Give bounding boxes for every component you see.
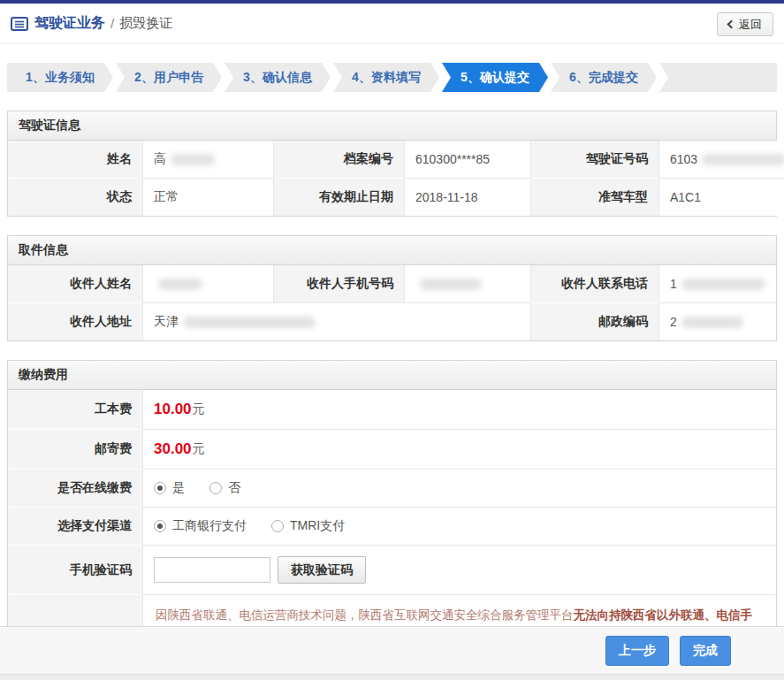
recipient-phone-label: 收件人联系电话 — [530, 265, 658, 302]
breadcrumb-divider: / — [110, 16, 114, 31]
radio-unselected-icon — [271, 520, 284, 532]
online-pay-label: 是否在线缴费 — [8, 469, 142, 507]
name-label: 姓名 — [8, 141, 142, 178]
notice-part-1: 因陕西省联通、电信运营商技术问题，陕西省互联网交通安全综合服务管理平台 — [156, 608, 574, 622]
production-fee-unit: 元 — [193, 401, 205, 417]
postal-code-label: 邮政编码 — [530, 302, 658, 340]
redaction-blur — [702, 154, 784, 165]
pickup-info-title: 取件信息 — [8, 236, 776, 265]
redaction-blur — [171, 154, 215, 165]
file-no-value: 610300****85 — [404, 141, 530, 178]
step-bar-filler — [659, 63, 777, 92]
get-code-button[interactable]: 获取验证码 — [278, 556, 366, 584]
step-6-complete-submit: 6、完成提交 — [551, 63, 657, 92]
recipient-mobile-value — [404, 265, 530, 302]
online-pay-no-radio[interactable]: 否 — [209, 480, 240, 496]
production-fee-value: 10.00 元 — [142, 390, 776, 429]
redaction-blur — [681, 317, 743, 328]
license-no-value: 6103 — [658, 141, 784, 178]
step-wizard: 1、业务须知 2、用户申告 3、确认信息 4、资料填写 5、确认提交 6、完成提… — [7, 63, 777, 92]
step-4-fill-data: 4、资料填写 — [333, 63, 439, 92]
sms-code-label: 手机验证码 — [8, 545, 142, 594]
breadcrumb-current: 损毁换证 — [119, 15, 172, 32]
redaction-blur — [420, 279, 482, 290]
recipient-phone-value: 1 — [658, 265, 776, 302]
channel-tmri-radio[interactable]: TMRI支付 — [271, 518, 345, 534]
page-header: 驾驶证业务 / 损毁换证 返回 — [0, 4, 784, 44]
radio-unselected-icon — [209, 482, 222, 494]
recipient-mobile-label: 收件人手机号码 — [273, 265, 404, 302]
license-info-title: 驾驶证信息 — [8, 111, 776, 141]
back-button-label: 返回 — [739, 17, 762, 33]
menu-list-icon — [11, 17, 28, 31]
status-label: 状态 — [8, 178, 142, 216]
name-value: 高 — [142, 141, 273, 178]
file-no-label: 档案编号 — [273, 141, 404, 178]
production-fee-label: 工本费 — [8, 390, 142, 429]
finish-button[interactable]: 完成 — [680, 636, 731, 666]
step-5-confirm-submit: 5、确认提交 — [442, 63, 548, 92]
pay-channel-label: 选择支付渠道 — [8, 507, 142, 545]
license-info-section: 驾驶证信息 姓名 高 档案编号 610300****85 驾驶证号码 6103 … — [7, 111, 777, 217]
page-bottom-strip — [0, 674, 784, 680]
expiry-label: 有效期止日期 — [273, 178, 404, 216]
vehicle-class-label: 准驾车型 — [530, 178, 658, 216]
previous-step-button[interactable]: 上一步 — [605, 636, 669, 666]
pay-channel-options: 工商银行支付 TMRI支付 — [142, 507, 776, 545]
step-3-confirm-info: 3、确认信息 — [225, 63, 331, 92]
sms-code-input[interactable] — [154, 557, 270, 583]
back-button[interactable]: 返回 — [717, 12, 773, 36]
recipient-address-value: 天津 — [142, 302, 530, 340]
recipient-address-label: 收件人地址 — [8, 302, 142, 340]
radio-selected-icon — [154, 520, 166, 532]
online-pay-options: 是 否 — [142, 469, 776, 507]
status-value: 正常 — [142, 178, 273, 216]
recipient-name-label: 收件人姓名 — [8, 265, 142, 302]
redaction-blur — [158, 279, 202, 290]
page-title: 驾驶证业务 — [34, 14, 105, 33]
action-footer: 上一步 完成 — [0, 626, 784, 674]
sms-code-row: 获取验证码 — [142, 545, 776, 594]
radio-selected-icon — [154, 482, 166, 494]
pickup-info-section: 取件信息 收件人姓名 收件人手机号码 收件人联系电话 1 收件人地址 天津 邮政… — [7, 235, 777, 341]
step-2-user-declaration: 2、用户申告 — [116, 63, 222, 92]
postage-fee-unit: 元 — [193, 441, 205, 457]
production-fee-amount: 10.00 — [154, 401, 192, 418]
postage-fee-value: 30.00 元 — [142, 429, 776, 469]
postage-fee-amount: 30.00 — [154, 440, 192, 458]
vehicle-class-value: A1C1 — [658, 178, 784, 216]
online-pay-yes-radio[interactable]: 是 — [154, 480, 185, 496]
redaction-blur — [183, 317, 316, 328]
postage-fee-label: 邮寄费 — [8, 429, 142, 469]
expiry-value: 2018-11-18 — [404, 178, 530, 216]
payment-title: 缴纳费用 — [8, 361, 776, 390]
back-chevron-icon — [727, 20, 736, 29]
channel-icbc-radio[interactable]: 工商银行支付 — [154, 518, 247, 534]
redaction-blur — [681, 279, 765, 290]
recipient-name-value — [142, 265, 273, 302]
postal-code-value: 2 — [658, 302, 776, 340]
license-no-label: 驾驶证号码 — [530, 141, 658, 178]
step-1-business-notes: 1、业务须知 — [7, 63, 113, 92]
